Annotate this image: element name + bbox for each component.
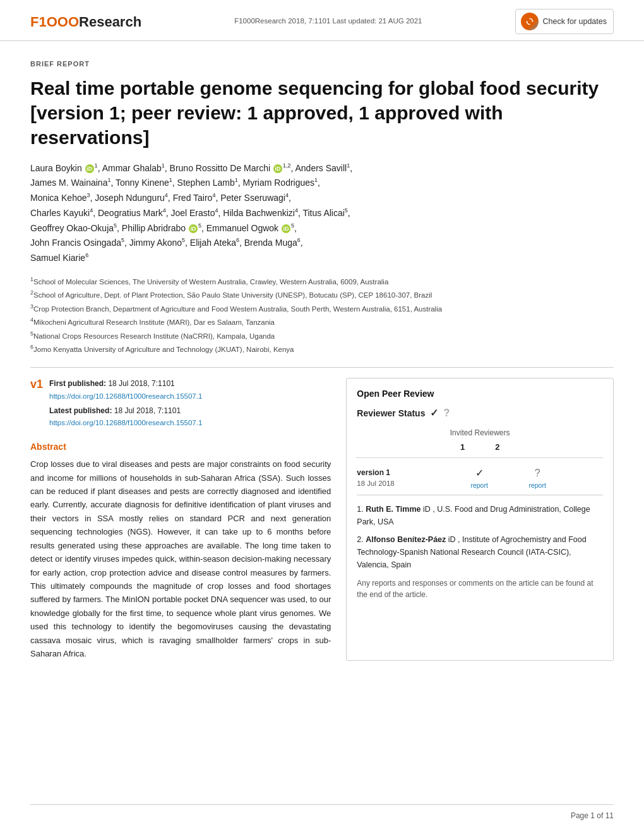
affiliation-2: 2School of Agriculture, Dept. of Plant P… bbox=[30, 288, 614, 301]
affiliation-1: 1School of Molecular Sciences, The Unive… bbox=[30, 275, 614, 288]
refresh-icon bbox=[524, 16, 535, 27]
orcid-icon: iD bbox=[85, 164, 94, 173]
ir-version-1-label: version 1 18 Jul 2018 bbox=[357, 467, 414, 489]
two-col-section: v1 First published: 18 Jul 2018, 7:1101 … bbox=[30, 367, 614, 660]
reviewer-2-number: 2. bbox=[357, 535, 366, 544]
latest-published-label: Latest published: bbox=[49, 406, 112, 415]
reviewer-1-name: Ruth E. Timme bbox=[366, 505, 420, 514]
reviewer-status-label: Reviewer Status bbox=[357, 407, 425, 420]
affiliations: 1School of Molecular Sciences, The Unive… bbox=[30, 275, 614, 356]
reviewer-checkmark: ✓ bbox=[430, 406, 438, 421]
affiliation-5: 5National Crops Resources Research Insti… bbox=[30, 329, 614, 342]
reviewer-1-number: 1. bbox=[357, 505, 366, 514]
ir-col-headers: 1 2 bbox=[357, 441, 603, 458]
ir-v1-col1: ✓ report bbox=[465, 466, 493, 491]
reviewer-2-info: 2. Alfonso Benítez-Páez iD , Institute o… bbox=[357, 533, 603, 571]
reviewer-status-row: Reviewer Status ✓ ? bbox=[357, 406, 603, 421]
ir-col-1: 1 bbox=[460, 441, 465, 454]
ir-v1-col2: ? report bbox=[523, 466, 551, 491]
page: F1OOOResearch F1000Research 2018, 7:1101… bbox=[0, 0, 644, 834]
content: BRIEF REPORT Real time portable genome s… bbox=[0, 41, 644, 686]
right-col: Open Peer Review Reviewer Status ✓ ? Inv… bbox=[346, 378, 614, 660]
ir-col-2: 2 bbox=[495, 441, 499, 454]
first-published-date: 18 Jul 2018, 7:1101 bbox=[108, 379, 174, 388]
ir-v1-col1-check: ✓ bbox=[465, 466, 493, 481]
invited-reviewers-table: Invited Reviewers 1 2 version 1 18 Jul 2… bbox=[357, 427, 603, 495]
affiliation-3: 3Crop Protection Branch, Department of A… bbox=[30, 302, 614, 315]
authors: Laura Boykin iD1, Ammar Ghalab1, Bruno R… bbox=[30, 161, 614, 267]
open-peer-review-title: Open Peer Review bbox=[357, 387, 603, 401]
reviewer-2-name: Alfonso Benítez-Páez bbox=[366, 535, 446, 544]
orcid-icon: iD bbox=[273, 164, 282, 173]
version-meta: First published: 18 Jul 2018, 7:1101 htt… bbox=[49, 378, 202, 429]
reviewer-question: ? bbox=[443, 406, 450, 421]
orcid-icon: iD bbox=[282, 224, 290, 233]
header-meta: F1000Research 2018, 7:1101 Last updated:… bbox=[234, 16, 422, 27]
footer: Page 1 of 11 bbox=[30, 804, 614, 821]
affiliation-6: 6Jomo Kenyatta University of Agriculture… bbox=[30, 342, 614, 356]
invited-reviewers-label: Invited Reviewers bbox=[357, 427, 603, 441]
section-label: BRIEF REPORT bbox=[30, 59, 614, 70]
ir-v1-col1-report[interactable]: report bbox=[465, 481, 493, 491]
abstract-section: Abstract Crop losses due to viral diseas… bbox=[30, 440, 331, 661]
first-published-label: First published: bbox=[49, 379, 106, 388]
article-title: Real time portable genome sequencing for… bbox=[30, 76, 614, 150]
reviewer-info: 1. Ruth E. Timme iD , U.S. Food and Drug… bbox=[357, 503, 603, 571]
ir-version-row-1: version 1 18 Jul 2018 ✓ report ? report bbox=[357, 462, 603, 495]
first-doi-link[interactable]: https://doi.org/10.12688/f1000research.1… bbox=[49, 392, 202, 400]
ir-version-1-cells: ✓ report ? report bbox=[414, 466, 603, 491]
page-number: Page 1 of 11 bbox=[571, 811, 614, 820]
orcid-icon: iD bbox=[423, 505, 431, 514]
abstract-title: Abstract bbox=[30, 440, 331, 454]
check-updates-label: Check for updates bbox=[543, 16, 607, 28]
orcid-icon: iD bbox=[448, 535, 456, 544]
abstract-text: Crop losses due to viral diseases and pe… bbox=[30, 457, 331, 661]
left-col: v1 First published: 18 Jul 2018, 7:1101 … bbox=[30, 378, 331, 660]
latest-doi-link[interactable]: https://doi.org/10.12688/f1000research.1… bbox=[49, 419, 202, 426]
logo-research: Research bbox=[79, 14, 141, 30]
check-updates-badge[interactable]: Check for updates bbox=[515, 9, 614, 34]
orcid-icon: iD bbox=[189, 224, 198, 233]
ir-v1-col2-q: ? bbox=[523, 466, 551, 481]
version-block: v1 First published: 18 Jul 2018, 7:1101 … bbox=[30, 378, 331, 429]
ir-version-1-name: version 1 bbox=[357, 467, 414, 478]
affiliation-4: 4Mikocheni Agricultural Research Institu… bbox=[30, 315, 614, 329]
latest-published-date: 18 Jul 2018, 7:1101 bbox=[114, 406, 181, 415]
header: F1OOOResearch F1000Research 2018, 7:1101… bbox=[0, 0, 644, 41]
any-reports-text: Any reports and responses or comments on… bbox=[357, 577, 603, 600]
ir-version-1-date: 18 Jul 2018 bbox=[357, 480, 394, 487]
version-badge: v1 bbox=[30, 378, 43, 392]
ir-v1-col2-report[interactable]: report bbox=[523, 481, 551, 491]
reviewer-1-info: 1. Ruth E. Timme iD , U.S. Food and Drug… bbox=[357, 503, 603, 528]
logo-text: F1OOOResearch bbox=[30, 11, 141, 32]
check-updates-icon bbox=[521, 13, 539, 30]
logo: F1OOOResearch bbox=[30, 11, 141, 32]
